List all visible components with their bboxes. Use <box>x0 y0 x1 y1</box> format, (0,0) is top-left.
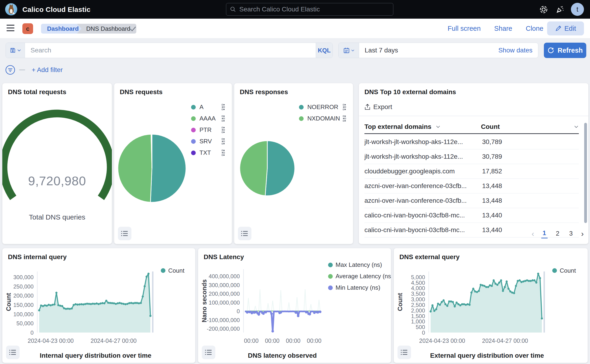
legend-dot <box>191 116 196 121</box>
page-number-1[interactable]: 1 <box>541 229 548 238</box>
export-button[interactable]: Export <box>364 103 392 111</box>
legend-item[interactable]: TXT <box>191 147 225 158</box>
user-avatar[interactable]: t <box>571 3 584 16</box>
table-row[interactable]: jlt-worksh-jlt-workshop-aks-112e... 30,7… <box>364 149 579 164</box>
legend-item[interactable]: A <box>191 101 225 113</box>
page-number-3[interactable]: 3 <box>568 229 574 238</box>
svg-text:Nano seconds: Nano seconds <box>201 280 208 323</box>
legend-item[interactable]: NXDOMAIN <box>299 113 346 124</box>
svg-text:150,000: 150,000 <box>13 302 33 308</box>
legend-actions-icon[interactable] <box>222 138 225 145</box>
prev-page-button[interactable]: ‹ <box>532 229 534 237</box>
legend-actions-icon[interactable] <box>222 149 225 156</box>
legend-label: NOERROR <box>307 104 338 111</box>
svg-text:2024-04-23 00:00: 2024-04-23 00:00 <box>419 338 465 344</box>
panel-title: DNS Top 10 external domains <box>364 88 456 96</box>
cell-count: 13,440 <box>482 212 579 219</box>
panel-top-external-domains: DNS Top 10 external domains Export Top e… <box>359 83 588 244</box>
legend-label: TXT <box>200 149 211 156</box>
svg-text:200,000,000: 200,000,000 <box>209 291 240 297</box>
table-scrollbar[interactable] <box>584 123 587 223</box>
svg-text:0: 0 <box>422 330 425 336</box>
svg-text:300,000: 300,000 <box>13 274 33 280</box>
date-quick-menu[interactable] <box>339 43 359 58</box>
global-search-input[interactable] <box>239 6 384 13</box>
dns-latency-chart: 400,000,000300,000,000200,000,000100,000… <box>198 248 391 363</box>
app-logo[interactable] <box>5 3 17 15</box>
svg-text:-200,000,000: -200,000,000 <box>207 325 240 332</box>
query-search-box: KQL <box>6 43 333 58</box>
table-row[interactable]: azcni-over-ivan-conference-03cfb... 13,4… <box>364 193 579 208</box>
svg-text:0: 0 <box>31 330 33 336</box>
svg-text:2024-04-27 00:00: 2024-04-27 00:00 <box>482 338 528 344</box>
chevron-down-icon <box>574 125 579 128</box>
legend-item[interactable]: SRV <box>191 136 225 147</box>
svg-text:Count: Count <box>5 293 12 311</box>
table-row[interactable]: calico-cni-ivan-byocni-03cfb8-mc... 13,4… <box>364 208 579 223</box>
cell-domain: jlt-worksh-jlt-workshop-aks-112e... <box>364 138 482 146</box>
filter-icon[interactable] <box>5 65 15 75</box>
cell-count: 17,852 <box>482 168 579 175</box>
legend-item[interactable]: PTR <box>191 124 225 136</box>
news-icon[interactable] <box>556 5 564 14</box>
panel-dns-external-query: DNS external query 5,0004,5004,0003,5003… <box>394 248 588 363</box>
panel-dns-requests: DNS requests A AAAA PTR <box>114 83 232 244</box>
global-search[interactable] <box>226 3 393 16</box>
show-dates-button[interactable]: Show dates <box>493 47 538 54</box>
query-search-input[interactable] <box>25 47 316 54</box>
legend-actions-icon[interactable] <box>222 104 225 111</box>
legend-item[interactable]: AAAA <box>191 113 225 124</box>
cell-count: 13,448 <box>482 197 579 204</box>
column-header-domains[interactable]: Top external domains <box>364 123 481 130</box>
panel-legend-toggle[interactable] <box>397 346 411 359</box>
panel-legend-toggle[interactable] <box>202 346 215 359</box>
next-page-button[interactable]: › <box>581 229 584 237</box>
clone-button[interactable]: Clone <box>526 25 543 32</box>
share-button[interactable]: Share <box>494 25 512 32</box>
chevron-down-icon <box>351 49 354 52</box>
edit-button[interactable]: Edit <box>547 21 584 35</box>
help-icon[interactable] <box>539 5 548 14</box>
search-icon <box>230 6 236 12</box>
legend-actions-icon[interactable] <box>343 104 346 111</box>
saved-query-menu[interactable] <box>6 43 25 58</box>
legend-actions-icon[interactable] <box>222 127 225 134</box>
space-badge[interactable]: c <box>22 23 33 34</box>
svg-text:Count: Count <box>168 267 185 274</box>
query-bar: KQL Last 7 days Show dates Refresh <box>0 39 590 62</box>
column-header-count[interactable]: Count <box>481 123 579 130</box>
svg-text:Min Latency (ns): Min Latency (ns) <box>336 284 380 291</box>
internal-query-chart: 300,000250,000200,000150,000100,00050,00… <box>2 248 195 363</box>
legend-item[interactable]: NOERROR <box>299 101 346 113</box>
kql-button[interactable]: KQL <box>316 43 332 58</box>
panel-dns-internal-query: DNS internal query 300,000250,000200,000… <box>2 248 195 363</box>
save-icon <box>10 47 16 53</box>
gauge-value: 9,720,980 <box>2 174 112 188</box>
table-row[interactable]: clouddebugger.googleapis.com 17,852 <box>364 164 579 179</box>
fullscreen-button[interactable]: Full screen <box>448 25 481 32</box>
svg-text:2024-04-23 00:00: 2024-04-23 00:00 <box>28 338 74 344</box>
chevron-down-icon <box>17 49 21 52</box>
time-range-value[interactable]: Last 7 days <box>359 47 493 54</box>
legend-actions-icon[interactable] <box>343 115 346 122</box>
cat-mascot-icon <box>5 3 17 15</box>
add-filter-button[interactable]: + Add filter <box>32 66 63 74</box>
panel-legend-toggle[interactable] <box>6 346 19 359</box>
page-number-2[interactable]: 2 <box>555 229 561 238</box>
panel-legend-toggle[interactable] <box>118 227 131 240</box>
table-row[interactable]: azcni-over-ivan-conference-03cfb... 13,4… <box>364 179 579 193</box>
svg-text:Count: Count <box>560 267 576 274</box>
panel-legend-toggle[interactable] <box>238 227 251 240</box>
pencil-icon <box>555 25 562 32</box>
svg-text:2024-04-27 00:00: 2024-04-27 00:00 <box>91 338 136 344</box>
legend-actions-icon[interactable] <box>222 115 225 122</box>
refresh-button[interactable]: Refresh <box>544 43 586 58</box>
dns-requests-pie <box>117 134 186 203</box>
gauge-caption: Total DNS queries <box>2 213 112 221</box>
check-icon <box>130 26 136 32</box>
cell-count: 13,448 <box>482 182 579 190</box>
menu-icon[interactable] <box>6 25 14 32</box>
cell-domain: calico-cni-ivan-byocni-03cfb8-mc... <box>364 212 482 219</box>
table-row[interactable]: jlt-worksh-jlt-workshop-aks-112e... 30,7… <box>364 135 579 149</box>
legend-label: A <box>200 104 203 111</box>
